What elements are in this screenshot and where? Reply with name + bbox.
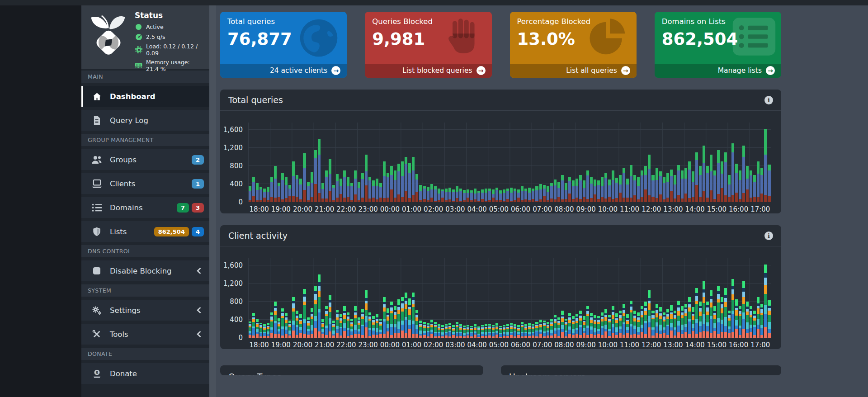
bar[interactable] xyxy=(336,174,339,202)
bar[interactable] xyxy=(314,286,317,338)
bar[interactable] xyxy=(576,179,578,202)
bar[interactable] xyxy=(735,164,738,202)
card-footer-link[interactable]: List blocked queries → xyxy=(365,64,491,78)
bar[interactable] xyxy=(764,129,767,202)
bar[interactable] xyxy=(648,290,651,338)
bar[interactable] xyxy=(321,319,324,338)
bar[interactable] xyxy=(274,166,277,202)
bar[interactable] xyxy=(521,186,524,202)
bar[interactable] xyxy=(459,189,462,202)
bar[interactable] xyxy=(481,189,484,202)
bar[interactable] xyxy=(318,274,321,338)
bar[interactable] xyxy=(361,309,364,338)
bar[interactable] xyxy=(390,302,393,338)
bar[interactable] xyxy=(459,324,462,338)
bar[interactable] xyxy=(731,143,734,202)
bar[interactable] xyxy=(430,184,433,202)
bar[interactable] xyxy=(303,153,306,202)
bar[interactable] xyxy=(296,311,298,338)
bar[interactable] xyxy=(412,157,415,202)
bar[interactable] xyxy=(746,302,749,338)
bar[interactable] xyxy=(397,299,400,338)
bar[interactable] xyxy=(438,189,440,202)
bar[interactable] xyxy=(764,265,767,338)
bar[interactable] xyxy=(666,173,669,202)
bar[interactable] xyxy=(750,306,752,338)
bar[interactable] xyxy=(372,180,375,202)
bar[interactable] xyxy=(401,161,404,202)
bar[interactable] xyxy=(488,324,491,338)
bar[interactable] xyxy=(259,323,262,338)
bar[interactable] xyxy=(270,177,273,202)
bar[interactable] xyxy=(463,190,466,202)
bar[interactable] xyxy=(670,170,673,202)
bar[interactable] xyxy=(728,311,731,338)
bar[interactable] xyxy=(285,177,288,202)
bar[interactable] xyxy=(641,170,643,202)
bar[interactable] xyxy=(565,319,567,338)
bar[interactable] xyxy=(604,173,607,202)
bar[interactable] xyxy=(488,189,491,202)
bar[interactable] xyxy=(358,182,360,202)
bar[interactable] xyxy=(274,302,277,338)
bar[interactable] xyxy=(713,170,716,202)
bar[interactable] xyxy=(768,300,770,338)
bar[interactable] xyxy=(278,183,280,202)
bar[interactable] xyxy=(586,306,589,338)
bar[interactable] xyxy=(343,306,346,338)
bar[interactable] xyxy=(263,324,266,338)
bar[interactable] xyxy=(615,178,618,202)
bar[interactable] xyxy=(299,314,302,338)
bar[interactable] xyxy=(547,322,549,338)
bar[interactable] xyxy=(663,312,665,338)
bar[interactable] xyxy=(684,304,687,338)
bar[interactable] xyxy=(623,304,625,338)
bar[interactable] xyxy=(299,179,302,202)
bar[interactable] xyxy=(387,173,389,202)
bar[interactable] xyxy=(750,170,752,202)
bar[interactable] xyxy=(412,293,415,338)
bar[interactable] xyxy=(768,165,770,202)
bar[interactable] xyxy=(485,324,487,338)
bar[interactable] xyxy=(742,281,745,338)
bar[interactable] xyxy=(419,185,422,202)
bar[interactable] xyxy=(554,315,557,338)
bar[interactable] xyxy=(532,324,534,338)
bar[interactable] xyxy=(670,305,673,338)
bar[interactable] xyxy=(325,306,328,338)
bar[interactable] xyxy=(710,155,712,202)
bar[interactable] xyxy=(590,313,593,338)
bar[interactable] xyxy=(692,171,694,202)
bar[interactable] xyxy=(532,189,534,202)
bar[interactable] xyxy=(608,315,611,338)
bar[interactable] xyxy=(579,311,582,338)
bar[interactable] xyxy=(659,171,662,202)
bar[interactable] xyxy=(408,163,411,202)
bar[interactable] xyxy=(477,326,480,338)
sidebar-item-domains[interactable]: Domains73 xyxy=(81,197,209,218)
bar[interactable] xyxy=(408,298,411,338)
bar[interactable] xyxy=(677,165,680,202)
bar[interactable] xyxy=(656,304,658,338)
bar[interactable] xyxy=(427,323,429,338)
bar[interactable] xyxy=(735,299,738,338)
bar[interactable] xyxy=(674,175,676,202)
bar[interactable] xyxy=(379,319,382,338)
bar[interactable] xyxy=(681,170,684,202)
bar[interactable] xyxy=(724,152,727,202)
bar[interactable] xyxy=(350,183,353,202)
bar[interactable] xyxy=(619,175,622,202)
bar[interactable] xyxy=(521,322,524,338)
bar[interactable] xyxy=(626,179,629,202)
bar[interactable] xyxy=(368,312,371,338)
bar[interactable] xyxy=(601,177,604,202)
bar[interactable] xyxy=(615,313,618,338)
bar[interactable] xyxy=(311,172,313,202)
bar[interactable] xyxy=(285,313,288,338)
bar[interactable] xyxy=(278,318,280,338)
bar[interactable] xyxy=(535,322,538,338)
sidebar-item-query-log[interactable]: Query Log xyxy=(81,110,209,131)
bar[interactable] xyxy=(405,157,407,202)
bar[interactable] xyxy=(354,170,357,202)
bar[interactable] xyxy=(463,326,466,338)
